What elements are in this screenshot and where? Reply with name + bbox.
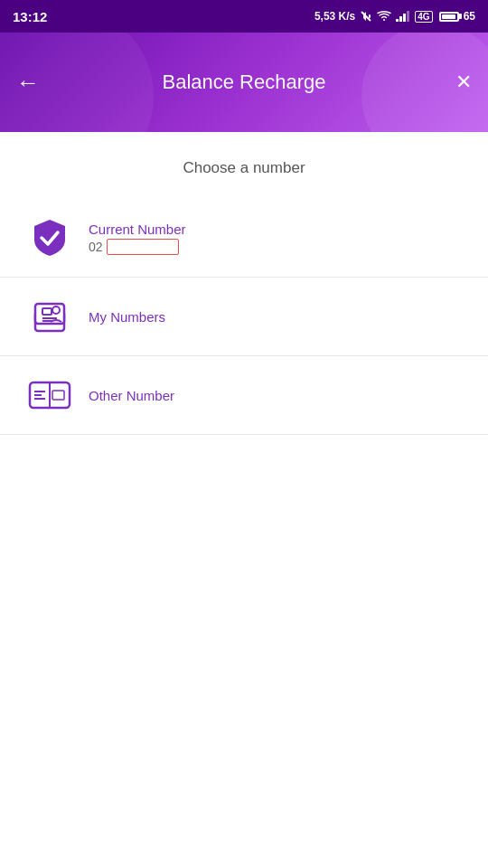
header: ← Balance Recharge ✕ xyxy=(0,33,488,132)
page-title: Balance Recharge xyxy=(162,71,325,94)
status-bar: 13:12 5,53 K/s 4G 65 xyxy=(0,0,488,33)
data-speed: 5,53 K/s xyxy=(314,10,355,23)
svg-rect-2 xyxy=(396,19,399,22)
signal-icon xyxy=(396,11,410,22)
current-number-title: Current Number xyxy=(89,222,186,237)
sim-stack-icon xyxy=(31,297,69,336)
other-number-item[interactable]: Other Number xyxy=(0,356,488,435)
main-content: Choose a number Current Number 02 xyxy=(0,132,488,435)
status-time: 13:12 xyxy=(13,9,47,24)
svg-rect-1 xyxy=(369,14,371,18)
svg-rect-5 xyxy=(407,11,409,22)
network-badge: 4G xyxy=(415,11,432,23)
choose-label: Choose a number xyxy=(0,159,488,177)
svg-rect-4 xyxy=(403,14,406,22)
back-button[interactable]: ← xyxy=(16,69,40,97)
my-numbers-title: My Numbers xyxy=(89,309,165,325)
other-number-title: Other Number xyxy=(89,388,174,403)
svg-rect-3 xyxy=(399,16,402,22)
shield-check-icon xyxy=(31,218,69,258)
close-button[interactable]: ✕ xyxy=(455,71,472,94)
status-right: 5,53 K/s 4G 65 xyxy=(314,10,475,23)
my-numbers-icon xyxy=(27,294,72,339)
mute-icon xyxy=(360,10,372,23)
my-numbers-item[interactable]: My Numbers xyxy=(0,278,488,356)
current-number-item[interactable]: Current Number 02 xyxy=(0,199,488,278)
wifi-icon xyxy=(377,11,391,22)
current-number-subtitle: 02 xyxy=(89,239,186,255)
my-numbers-text: My Numbers xyxy=(89,309,165,325)
battery-icon xyxy=(439,12,459,22)
current-number-icon xyxy=(27,215,72,260)
keyboard-icon xyxy=(29,382,70,409)
current-number-text: Current Number 02 xyxy=(89,222,186,255)
current-number-input[interactable] xyxy=(107,239,179,255)
other-number-text: Other Number xyxy=(89,388,174,403)
other-number-icon xyxy=(27,373,72,418)
battery-pct: 65 xyxy=(464,10,475,23)
svg-rect-14 xyxy=(52,391,64,400)
